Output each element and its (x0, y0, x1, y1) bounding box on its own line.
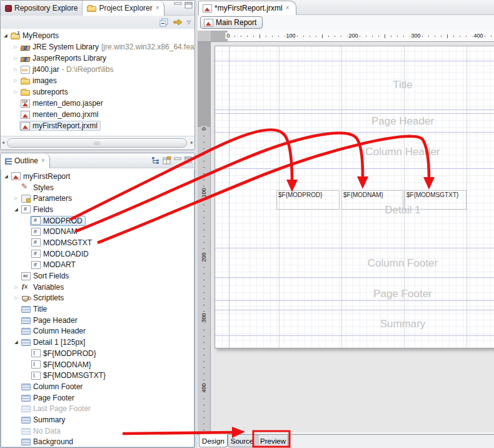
tab-repository-explorer[interactable]: Repository Explore (1, 1, 83, 16)
tree-item-f-modmsgtxt[interactable]: $F{MODMSGTXT} (1, 370, 194, 381)
tree-item-fields[interactable]: ◢Fields (1, 204, 194, 215)
tree-item-detail-1-125px[interactable]: ◢Detail 1 [125px] (1, 337, 194, 348)
close-icon[interactable]: × (286, 5, 290, 11)
tree-item-no-data[interactable]: No Data (1, 425, 194, 437)
sort-fields-icon (21, 272, 31, 280)
band-separator-line (215, 248, 494, 248)
collapsed-arrow-icon[interactable]: ▷ (13, 285, 20, 290)
field-f-modprod[interactable]: $F{MODPROD} (276, 190, 340, 210)
item-row-box: MODART (30, 260, 79, 270)
tab-editor-myfirstreport[interactable]: *myFirstReport.jrxml × (198, 1, 296, 15)
tree-item-myreports[interactable]: ◢MyReports (1, 30, 194, 41)
link-with-editor-icon[interactable] (173, 18, 183, 27)
tree-item-myfirstreport-jrxml[interactable]: myFirstReport.jrxml (1, 120, 194, 131)
item-row-box: myFirstReport (10, 171, 73, 181)
tree-item-jt400-jar[interactable]: ▷jt400.jar- D:\iReport\libs (1, 64, 194, 75)
minimize-view-icon[interactable] (174, 156, 182, 163)
tree-item-jasperreports-library[interactable]: ▷JasperReports Library (1, 53, 194, 64)
outline-panel: Outline × (0, 153, 195, 448)
band-icon (21, 384, 31, 390)
tree-item-background[interactable]: Background (1, 437, 194, 448)
maximize-view-icon[interactable] (184, 2, 193, 9)
field-f-modmsgtxt[interactable]: $F{MODMSGTXT} (405, 190, 466, 210)
design-canvas[interactable]: TitlePage HeaderColumn HeaderDetail 1Col… (211, 42, 494, 432)
view-menu-icon[interactable]: ▽ (187, 19, 191, 25)
tab-design[interactable]: Design (199, 434, 228, 447)
tree-item-modmsgtxt[interactable]: MODMSGTXT (1, 237, 194, 248)
tree-item-column-header[interactable]: Column Header (1, 326, 194, 337)
collapsed-arrow-icon[interactable]: ▷ (12, 56, 19, 61)
field-f-modnam[interactable]: $F{MODNAM} (341, 190, 403, 210)
tree-item-column-footer[interactable]: Column Footer (1, 381, 194, 392)
tree-item-title[interactable]: Title (1, 303, 194, 315)
tree-item-last-page-footer[interactable]: Last Page Footer (1, 403, 194, 414)
tree-item-modnam[interactable]: MODNAM (1, 226, 194, 237)
tree-item-parameters[interactable]: ▷Parameters (1, 193, 194, 204)
tree-view-icon[interactable] (151, 156, 160, 165)
item-row-box: Variables (20, 282, 67, 292)
expanded-arrow-icon[interactable]: ◢ (13, 340, 20, 345)
collapsed-arrow-icon[interactable]: ▷ (12, 44, 19, 49)
tree-item-myfirstreport[interactable]: ◢myFirstReport (1, 171, 194, 182)
scroll-right-icon[interactable]: ▸ (191, 140, 193, 145)
jar-icon (21, 66, 30, 74)
collapsed-arrow-icon[interactable]: ▷ (13, 196, 20, 201)
tree-item-menten-demo-jrxml[interactable]: menten_demo.jrxml (1, 109, 194, 120)
tree-item-images[interactable]: ▷images (1, 75, 194, 86)
horizontal-scrollbar[interactable]: ◂ ▸ (1, 136, 194, 150)
tree-item-f-modnam[interactable]: $F{MODNAM} (1, 359, 194, 370)
main-report-button[interactable]: Main Report (200, 16, 263, 29)
jrxml-file-icon (11, 172, 21, 180)
tree-item-page-header[interactable]: Page Header (1, 315, 194, 326)
tree-item-modprod[interactable]: MODPROD (1, 215, 194, 227)
tree-item-menten-demo-jasper[interactable]: menten_demo.jasper (1, 98, 194, 109)
table-view-icon[interactable] (163, 156, 171, 165)
report-page[interactable]: TitlePage HeaderColumn HeaderDetail 1Col… (214, 46, 494, 349)
tree-item-sort-fields[interactable]: Sort Fields (1, 270, 194, 282)
tree-item-variables[interactable]: ▷Variables (1, 282, 194, 293)
item-label: menten_demo.jrxml (33, 110, 98, 119)
scroll-left-icon[interactable]: ◂ (2, 140, 4, 145)
tree-item-subreports[interactable]: ▷subreports (1, 86, 194, 98)
collapsed-arrow-icon[interactable]: ▷ (13, 295, 20, 300)
tree-item-f-modprod[interactable]: $F{MODPROD} (1, 348, 194, 359)
item-label: subreports (33, 88, 68, 96)
tree-item-page-footer[interactable]: Page Footer (1, 392, 194, 404)
item-label: MODPROD (43, 216, 83, 225)
expanded-arrow-icon[interactable]: ◢ (13, 207, 20, 212)
item-row-box: MODNAM (30, 227, 81, 237)
tab-source[interactable]: Source (228, 434, 256, 447)
expanded-arrow-icon[interactable]: ◢ (2, 33, 9, 38)
item-row-box: JRE System Library[jre.win32.win32.x86_6… (19, 42, 194, 52)
eclipse-workbench: Repository Explore Project Explorer × (0, 0, 494, 448)
grid-major-line (466, 46, 467, 348)
maximize-view-icon[interactable] (184, 156, 193, 163)
collapsed-arrow-icon[interactable]: ▷ (12, 78, 19, 83)
item-row-box: Detail 1 [125px] (20, 337, 88, 347)
collapsed-arrow-icon[interactable]: ▷ (12, 89, 19, 94)
minimize-view-icon[interactable] (174, 2, 182, 9)
field-icon (31, 216, 41, 225)
tree-item-styles[interactable]: Styles (1, 182, 194, 193)
folder-icon (21, 90, 30, 96)
tab-outline[interactable]: Outline × (1, 153, 50, 168)
collapse-all-icon[interactable] (159, 18, 169, 27)
close-icon[interactable]: × (156, 5, 159, 11)
collapsed-arrow-icon[interactable]: ▷ (12, 67, 19, 72)
item-label: Page Footer (33, 394, 74, 402)
item-label: Summary (33, 415, 65, 424)
tab-project-explorer[interactable]: Project Explorer × (83, 1, 164, 16)
close-icon[interactable]: × (41, 158, 45, 164)
tree-item-scriptlets[interactable]: ▷Scriptlets (1, 293, 194, 304)
tree-item-jre-system-library[interactable]: ▷JRE System Library[jre.win32.win32.x86_… (1, 41, 194, 53)
scrollbar-thumb[interactable] (7, 138, 187, 148)
tab-preview[interactable]: Preview (258, 434, 288, 447)
tree-item-modart[interactable]: MODART (1, 260, 194, 271)
expanded-arrow-icon[interactable]: ◢ (3, 174, 10, 179)
horizontal-ruler: 0100200300400 (211, 31, 494, 42)
item-label: myFirstReport (23, 172, 70, 181)
textfield-icon (31, 349, 41, 357)
item-label: Detail 1 [125px] (33, 338, 85, 347)
tree-item-summary[interactable]: Summary (1, 414, 194, 425)
tree-item-modloadid[interactable]: MODLOADID (1, 248, 194, 260)
